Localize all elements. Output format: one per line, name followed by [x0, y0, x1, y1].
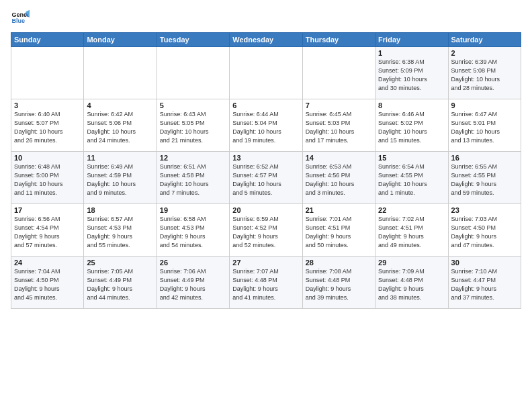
day-number: 3: [14, 101, 81, 109]
svg-text:Blue: Blue: [11, 17, 25, 24]
day-info: Sunrise: 6:58 AM Sunset: 4:53 PM Dayligh…: [160, 215, 226, 250]
calendar-cell: 16Sunrise: 6:55 AM Sunset: 4:55 PM Dayli…: [448, 152, 521, 204]
weekday-header-wednesday: Wednesday: [230, 33, 302, 47]
calendar-cell: 6Sunrise: 6:44 AM Sunset: 5:04 PM Daylig…: [230, 99, 302, 152]
calendar-cell: 18Sunrise: 6:57 AM Sunset: 4:53 PM Dayli…: [84, 204, 157, 257]
calendar-cell: 3Sunrise: 6:40 AM Sunset: 5:07 PM Daylig…: [11, 99, 84, 152]
page-container: General Blue SundayMondayTuesdayWednesda…: [0, 0, 532, 314]
weekday-header-saturday: Saturday: [448, 33, 521, 47]
calendar-cell: 19Sunrise: 6:58 AM Sunset: 4:53 PM Dayli…: [157, 204, 229, 257]
calendar-cell: 20Sunrise: 6:59 AM Sunset: 4:52 PM Dayli…: [230, 204, 302, 257]
day-info: Sunrise: 7:02 AM Sunset: 4:51 PM Dayligh…: [378, 215, 445, 250]
week-row-5: 24Sunrise: 7:04 AM Sunset: 4:50 PM Dayli…: [11, 257, 521, 309]
header: General Blue: [11, 8, 521, 27]
day-info: Sunrise: 6:56 AM Sunset: 4:54 PM Dayligh…: [14, 215, 81, 250]
day-info: Sunrise: 6:45 AM Sunset: 5:03 PM Dayligh…: [306, 110, 372, 145]
day-number: 24: [14, 259, 81, 267]
day-info: Sunrise: 6:44 AM Sunset: 5:04 PM Dayligh…: [232, 110, 299, 145]
calendar-cell: 4Sunrise: 6:42 AM Sunset: 5:06 PM Daylig…: [84, 99, 157, 152]
week-row-2: 3Sunrise: 6:40 AM Sunset: 5:07 PM Daylig…: [11, 99, 521, 152]
calendar-cell: [302, 47, 375, 99]
day-number: 14: [306, 154, 372, 162]
day-info: Sunrise: 6:52 AM Sunset: 4:57 PM Dayligh…: [232, 163, 299, 197]
week-row-3: 10Sunrise: 6:48 AM Sunset: 5:00 PM Dayli…: [11, 152, 521, 204]
day-number: 9: [451, 101, 518, 109]
calendar-cell: 27Sunrise: 7:07 AM Sunset: 4:48 PM Dayli…: [230, 257, 302, 309]
weekday-header-friday: Friday: [375, 33, 448, 47]
day-number: 23: [451, 206, 518, 214]
weekday-header-tuesday: Tuesday: [157, 33, 229, 47]
day-info: Sunrise: 6:55 AM Sunset: 4:55 PM Dayligh…: [451, 163, 518, 197]
day-info: Sunrise: 7:09 AM Sunset: 4:48 PM Dayligh…: [378, 267, 445, 302]
day-info: Sunrise: 6:53 AM Sunset: 4:56 PM Dayligh…: [306, 163, 372, 197]
day-info: Sunrise: 6:42 AM Sunset: 5:06 PM Dayligh…: [87, 110, 153, 145]
day-number: 5: [160, 101, 226, 109]
day-info: Sunrise: 6:54 AM Sunset: 4:55 PM Dayligh…: [378, 163, 445, 197]
weekday-header-thursday: Thursday: [302, 33, 375, 47]
calendar-cell: 28Sunrise: 7:08 AM Sunset: 4:48 PM Dayli…: [302, 257, 375, 309]
day-number: 26: [160, 259, 226, 267]
week-row-1: 1Sunrise: 6:38 AM Sunset: 5:09 PM Daylig…: [11, 47, 521, 99]
day-number: 28: [306, 259, 372, 267]
calendar-cell: 23Sunrise: 7:03 AM Sunset: 4:50 PM Dayli…: [448, 204, 521, 257]
calendar-cell: 5Sunrise: 6:43 AM Sunset: 5:05 PM Daylig…: [157, 99, 229, 152]
day-number: 8: [378, 101, 445, 109]
day-info: Sunrise: 6:48 AM Sunset: 5:00 PM Dayligh…: [14, 163, 81, 197]
day-info: Sunrise: 7:06 AM Sunset: 4:49 PM Dayligh…: [160, 267, 226, 302]
day-number: 25: [87, 259, 153, 267]
day-number: 22: [378, 206, 445, 214]
day-number: 30: [451, 259, 518, 267]
calendar-cell: 2Sunrise: 6:39 AM Sunset: 5:08 PM Daylig…: [448, 47, 521, 99]
day-number: 7: [306, 101, 372, 109]
day-number: 13: [232, 154, 299, 162]
calendar-cell: 21Sunrise: 7:01 AM Sunset: 4:51 PM Dayli…: [302, 204, 375, 257]
calendar-cell: 29Sunrise: 7:09 AM Sunset: 4:48 PM Dayli…: [375, 257, 448, 309]
calendar-cell: 22Sunrise: 7:02 AM Sunset: 4:51 PM Dayli…: [375, 204, 448, 257]
day-info: Sunrise: 6:43 AM Sunset: 5:05 PM Dayligh…: [160, 110, 226, 145]
day-info: Sunrise: 7:05 AM Sunset: 4:49 PM Dayligh…: [87, 267, 153, 302]
day-number: 27: [232, 259, 299, 267]
day-info: Sunrise: 7:07 AM Sunset: 4:48 PM Dayligh…: [232, 267, 299, 302]
calendar-cell: 26Sunrise: 7:06 AM Sunset: 4:49 PM Dayli…: [157, 257, 229, 309]
calendar-cell: 9Sunrise: 6:47 AM Sunset: 5:01 PM Daylig…: [448, 99, 521, 152]
day-number: 10: [14, 154, 81, 162]
day-info: Sunrise: 6:38 AM Sunset: 5:09 PM Dayligh…: [378, 58, 445, 93]
day-number: 21: [306, 206, 372, 214]
day-info: Sunrise: 6:51 AM Sunset: 4:58 PM Dayligh…: [160, 163, 226, 197]
weekday-header-monday: Monday: [84, 33, 157, 47]
day-number: 4: [87, 101, 153, 109]
day-number: 1: [378, 49, 445, 57]
day-info: Sunrise: 6:46 AM Sunset: 5:02 PM Dayligh…: [378, 110, 445, 145]
day-info: Sunrise: 6:47 AM Sunset: 5:01 PM Dayligh…: [451, 110, 518, 145]
calendar-cell: 7Sunrise: 6:45 AM Sunset: 5:03 PM Daylig…: [302, 99, 375, 152]
day-info: Sunrise: 6:49 AM Sunset: 4:59 PM Dayligh…: [87, 163, 153, 197]
calendar-cell: 30Sunrise: 7:10 AM Sunset: 4:47 PM Dayli…: [448, 257, 521, 309]
day-number: 15: [378, 154, 445, 162]
day-info: Sunrise: 7:01 AM Sunset: 4:51 PM Dayligh…: [306, 215, 372, 250]
day-number: 16: [451, 154, 518, 162]
day-number: 17: [14, 206, 81, 214]
day-info: Sunrise: 6:57 AM Sunset: 4:53 PM Dayligh…: [87, 215, 153, 250]
calendar-cell: 25Sunrise: 7:05 AM Sunset: 4:49 PM Dayli…: [84, 257, 157, 309]
day-info: Sunrise: 6:40 AM Sunset: 5:07 PM Dayligh…: [14, 110, 81, 145]
calendar-cell: 14Sunrise: 6:53 AM Sunset: 4:56 PM Dayli…: [302, 152, 375, 204]
calendar-cell: 8Sunrise: 6:46 AM Sunset: 5:02 PM Daylig…: [375, 99, 448, 152]
day-number: 12: [160, 154, 226, 162]
calendar-cell: 11Sunrise: 6:49 AM Sunset: 4:59 PM Dayli…: [84, 152, 157, 204]
calendar-cell: [157, 47, 229, 99]
day-number: 29: [378, 259, 445, 267]
day-info: Sunrise: 7:04 AM Sunset: 4:50 PM Dayligh…: [14, 267, 81, 302]
calendar-cell: [230, 47, 302, 99]
day-number: 20: [232, 206, 299, 214]
weekday-header-sunday: Sunday: [11, 33, 84, 47]
calendar-cell: [84, 47, 157, 99]
logo: General Blue: [11, 8, 30, 27]
calendar-cell: 12Sunrise: 6:51 AM Sunset: 4:58 PM Dayli…: [157, 152, 229, 204]
logo-icon: General Blue: [11, 8, 30, 27]
day-number: 18: [87, 206, 153, 214]
calendar-cell: 24Sunrise: 7:04 AM Sunset: 4:50 PM Dayli…: [11, 257, 84, 309]
day-number: 6: [232, 101, 299, 109]
day-info: Sunrise: 6:39 AM Sunset: 5:08 PM Dayligh…: [451, 58, 518, 93]
calendar-cell: 10Sunrise: 6:48 AM Sunset: 5:00 PM Dayli…: [11, 152, 84, 204]
calendar-cell: [11, 47, 84, 99]
